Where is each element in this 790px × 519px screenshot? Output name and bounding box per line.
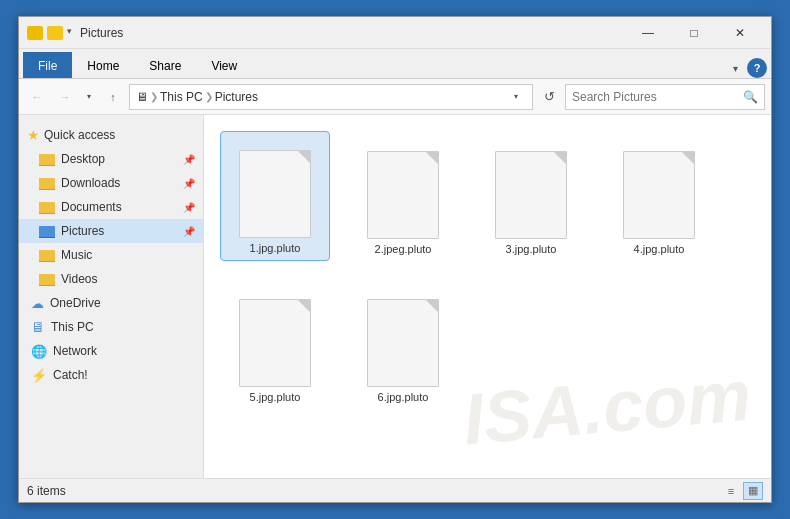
tab-share[interactable]: Share: [134, 52, 196, 78]
back-button[interactable]: ←: [25, 85, 49, 109]
pc-icon: 🖥: [31, 319, 45, 335]
sidebar-label-this-pc: This PC: [51, 320, 94, 334]
file-icon-2: [495, 151, 567, 239]
sidebar-item-catch[interactable]: ⚡ Catch!: [19, 363, 203, 387]
help-button[interactable]: ?: [747, 58, 767, 78]
file-icon-4: [239, 299, 311, 387]
navigation-bar: ← → ▾ ↑ 🖥 ❯ This PC ❯ Pictures ▾ ↺ 🔍: [19, 79, 771, 115]
up-button[interactable]: ↑: [101, 85, 125, 109]
window-icon: [27, 26, 43, 40]
sidebar-item-network[interactable]: 🌐 Network: [19, 339, 203, 363]
file-name-2: 3.jpg.pluto: [506, 243, 557, 255]
sidebar-item-music[interactable]: Music: [19, 243, 203, 267]
star-icon: ★: [27, 127, 40, 143]
folder-documents-icon: [39, 200, 55, 214]
network-icon: 🌐: [31, 344, 47, 359]
this-pc-label[interactable]: This PC: [160, 90, 203, 104]
crumb-separator-1: ❯: [150, 91, 158, 102]
sidebar-label-quick-access: Quick access: [44, 128, 115, 142]
sidebar-label-onedrive: OneDrive: [50, 296, 101, 310]
file-name-3: 4.jpg.pluto: [634, 243, 685, 255]
catch-icon: ⚡: [31, 368, 47, 383]
folder-music-icon: [39, 248, 55, 262]
close-button[interactable]: ✕: [717, 17, 763, 49]
search-box[interactable]: 🔍: [565, 84, 765, 110]
address-dropdown-arrow[interactable]: ▾: [506, 92, 526, 101]
pin-icon-documents: 📌: [183, 202, 195, 213]
ribbon-expand-icon[interactable]: ▾: [725, 58, 745, 78]
forward-button[interactable]: →: [53, 85, 77, 109]
sidebar-label-desktop: Desktop: [61, 152, 105, 166]
crumb-separator-2: ❯: [205, 91, 213, 102]
search-icon: 🔍: [743, 90, 758, 104]
window-title: Pictures: [80, 26, 625, 40]
status-bar: 6 items ≡ ▦: [19, 478, 771, 502]
title-dropdown-arrow[interactable]: ▾: [67, 26, 72, 40]
sidebar-item-pictures[interactable]: Pictures 📌: [19, 219, 203, 243]
file-item-0[interactable]: 1.jpg.pluto: [220, 131, 330, 261]
sidebar-label-music: Music: [61, 248, 92, 262]
file-item-1[interactable]: 2.jpeg.pluto: [348, 131, 458, 261]
sidebar-label-catch: Catch!: [53, 368, 88, 382]
explorer-window: ▾ Pictures — □ ✕ File Home Share View ▾ …: [18, 16, 772, 503]
maximize-button[interactable]: □: [671, 17, 717, 49]
sidebar: ★ Quick access Desktop 📌 Downloads 📌 Doc…: [19, 115, 204, 478]
sidebar-label-network: Network: [53, 344, 97, 358]
file-icon-5: [367, 299, 439, 387]
pc-crumb: 🖥: [136, 90, 148, 104]
sidebar-item-desktop[interactable]: Desktop 📌: [19, 147, 203, 171]
minimize-button[interactable]: —: [625, 17, 671, 49]
pin-icon-pictures: 📌: [183, 226, 195, 237]
file-name-1: 2.jpeg.pluto: [375, 243, 432, 255]
file-item-4[interactable]: 5.jpg.pluto: [220, 279, 330, 409]
file-icon-3: [623, 151, 695, 239]
file-item-2[interactable]: 3.jpg.pluto: [476, 131, 586, 261]
pictures-label[interactable]: Pictures: [215, 90, 258, 104]
folder-videos-icon: [39, 272, 55, 286]
cloud-icon: ☁: [31, 296, 44, 311]
sidebar-item-onedrive[interactable]: ☁ OneDrive: [19, 291, 203, 315]
pin-icon-downloads: 📌: [183, 178, 195, 189]
address-bar[interactable]: 🖥 ❯ This PC ❯ Pictures ▾: [129, 84, 533, 110]
file-icon-0: [239, 150, 311, 238]
file-item-5[interactable]: 6.jpg.pluto: [348, 279, 458, 409]
crumb-icon: 🖥: [136, 90, 148, 104]
file-icon-1: [367, 151, 439, 239]
tab-home[interactable]: Home: [72, 52, 134, 78]
history-dropdown[interactable]: ▾: [81, 85, 97, 109]
title-bar: ▾ Pictures — □ ✕: [19, 17, 771, 49]
sidebar-item-documents[interactable]: Documents 📌: [19, 195, 203, 219]
file-area: ISA.com 1.jpg.pluto 2.jpeg.pluto 3.jpg.p…: [204, 115, 771, 478]
refresh-button[interactable]: ↺: [537, 85, 561, 109]
file-item-3[interactable]: 4.jpg.pluto: [604, 131, 714, 261]
large-icons-view-button[interactable]: ▦: [743, 482, 763, 500]
file-name-0: 1.jpg.pluto: [250, 242, 301, 254]
window-controls: — □ ✕: [625, 17, 763, 49]
sidebar-label-videos: Videos: [61, 272, 97, 286]
search-input[interactable]: [572, 90, 739, 104]
details-view-button[interactable]: ≡: [721, 482, 741, 500]
view-controls: ≡ ▦: [721, 482, 763, 500]
folder-desktop-icon: [39, 152, 55, 166]
main-content: ★ Quick access Desktop 📌 Downloads 📌 Doc…: [19, 115, 771, 478]
file-name-4: 5.jpg.pluto: [250, 391, 301, 403]
file-name-5: 6.jpg.pluto: [378, 391, 429, 403]
folder-icon-small: [47, 26, 63, 40]
sidebar-label-pictures: Pictures: [61, 224, 104, 238]
pin-icon-desktop: 📌: [183, 154, 195, 165]
folder-downloads-icon: [39, 176, 55, 190]
breadcrumb: 🖥 ❯ This PC ❯ Pictures: [136, 90, 258, 104]
item-count: 6 items: [27, 484, 66, 498]
title-bar-icons: ▾: [27, 26, 72, 40]
folder-pictures-icon: [39, 224, 55, 238]
ribbon-tabs: File Home Share View ▾ ?: [19, 49, 771, 79]
tab-view[interactable]: View: [196, 52, 252, 78]
sidebar-item-downloads[interactable]: Downloads 📌: [19, 171, 203, 195]
sidebar-label-documents: Documents: [61, 200, 122, 214]
file-grid: 1.jpg.pluto 2.jpeg.pluto 3.jpg.pluto 4.j…: [220, 131, 755, 419]
sidebar-label-downloads: Downloads: [61, 176, 120, 190]
sidebar-item-quick-access[interactable]: ★ Quick access: [19, 123, 203, 147]
tab-file[interactable]: File: [23, 52, 72, 78]
sidebar-item-this-pc[interactable]: 🖥 This PC: [19, 315, 203, 339]
sidebar-item-videos[interactable]: Videos: [19, 267, 203, 291]
